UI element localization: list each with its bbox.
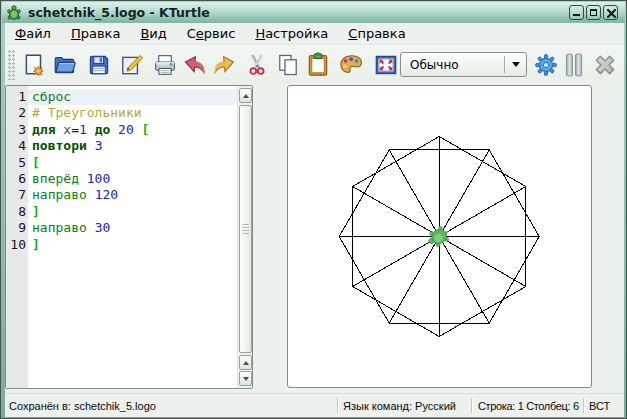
code-token: ]: [32, 237, 40, 252]
statusbar: Сохранён в: schetchik_5.logo Язык команд…: [5, 393, 624, 417]
code-token: =: [71, 122, 79, 137]
line-number: 3: [6, 122, 28, 138]
code-text: направо 30: [32, 220, 110, 236]
menu-справка[interactable]: Справка: [338, 23, 415, 44]
code-line-2: 2# Треугольники: [6, 105, 237, 121]
turtle-app-icon: [6, 5, 22, 21]
code-text: повтори 3: [32, 138, 102, 154]
document-new-icon: [21, 52, 47, 78]
cut-button[interactable]: [243, 51, 271, 79]
figure-spoke: [439, 237, 489, 324]
editor-vertical-scrollbar[interactable]: [237, 86, 252, 388]
code-token: 1: [79, 122, 87, 137]
window-title: schetchik_5.logo - KTurtle: [28, 5, 210, 20]
speed-combobox-value: Обычно: [401, 58, 504, 72]
minimize-button[interactable]: [569, 5, 584, 20]
code-token: 30: [95, 220, 111, 235]
open-file-button[interactable]: [51, 51, 79, 79]
pencil-edit-icon: [119, 52, 145, 78]
code-text: # Треугольники: [32, 105, 142, 121]
code-text: ]: [32, 204, 40, 220]
statusbar-separator: [471, 398, 472, 413]
copy-button[interactable]: [274, 51, 302, 79]
line-number: 5: [6, 155, 28, 171]
abort-cross-icon: [592, 52, 618, 78]
code-line-8: 8]: [6, 204, 237, 220]
code-token: # Треугольники: [32, 105, 142, 120]
menu-настройка[interactable]: Настройка: [245, 23, 338, 44]
menu-вид[interactable]: Вид: [130, 23, 176, 44]
print-button[interactable]: [151, 51, 179, 79]
code-editor[interactable]: 1сброс2# Треугольники3для x=1 до 20 [4по…: [5, 85, 253, 389]
abort-button[interactable]: [591, 51, 619, 79]
maximize-button[interactable]: [586, 5, 601, 20]
combobox-dropdown-button[interactable]: [505, 53, 526, 76]
palette-icon: [338, 52, 364, 78]
menu-правка[interactable]: Правка: [61, 23, 130, 44]
fullscreen-button[interactable]: [372, 51, 400, 79]
code-line-7: 7направо 120: [6, 187, 237, 203]
redo-button[interactable]: [210, 51, 238, 79]
folder-open-icon: [52, 52, 78, 78]
figure-spoke: [389, 150, 439, 237]
turtle-canvas: [287, 85, 592, 388]
save-file-button[interactable]: [85, 51, 113, 79]
line-number: 9: [6, 220, 28, 236]
figure-spoke: [353, 187, 440, 237]
scrollbar-up-button-bottom[interactable]: [239, 355, 252, 370]
status-language: Язык команд: Русский: [343, 394, 456, 417]
code-token: сброс: [32, 89, 71, 104]
toolbar: Обычно: [5, 45, 624, 85]
copy-pages-icon: [275, 52, 301, 78]
status-cursor-position: Строка: 1 Столбец: 6: [478, 394, 579, 417]
scrollbar-slider[interactable]: [239, 105, 252, 353]
scrollbar-down-button[interactable]: [239, 371, 252, 386]
arrow-up-icon: [243, 361, 249, 365]
figure-spoke: [439, 237, 526, 287]
close-icon: [606, 8, 617, 19]
code-token: [134, 122, 142, 137]
turtle-drawing: [288, 86, 591, 387]
figure-spoke: [389, 237, 439, 324]
code-line-5: 5[: [6, 155, 237, 171]
menu-файл[interactable]: Файл: [5, 23, 61, 44]
code-line-6: 6вперёд 100: [6, 171, 237, 187]
pause-icon: [561, 52, 587, 78]
minimize-icon: [573, 14, 580, 16]
code-text: направо 120: [32, 187, 118, 203]
menubar: ФайлПравкаВидСервисНастройкаСправка: [5, 23, 624, 45]
line-number: 7: [6, 187, 28, 203]
scissors-icon: [244, 52, 270, 78]
undo-button[interactable]: [181, 51, 209, 79]
speed-combobox[interactable]: Обычно: [400, 52, 527, 77]
code-token: направо: [32, 187, 87, 202]
code-line-9: 9направо 30: [6, 220, 237, 236]
code-text: вперёд 100: [32, 171, 110, 187]
figure-spoke: [439, 150, 489, 237]
arrow-up-icon: [243, 94, 249, 98]
edit-code-button[interactable]: [118, 51, 146, 79]
figure-spoke: [439, 187, 526, 237]
maximize-icon: [590, 9, 597, 16]
new-file-button[interactable]: [20, 51, 48, 79]
menu-сервис[interactable]: Сервис: [177, 23, 246, 44]
redo-arrow-icon: [211, 52, 237, 78]
scrollbar-up-button[interactable]: [239, 88, 252, 103]
editor-text-area[interactable]: 1сброс2# Треугольники3для x=1 до 20 [4по…: [6, 89, 237, 253]
code-token: для: [32, 122, 55, 137]
code-line-10: 10]: [6, 237, 237, 253]
printer-icon: [152, 52, 178, 78]
code-text: для x=1 до 20 [: [32, 122, 149, 138]
colors-button[interactable]: [337, 51, 365, 79]
scrollbar-grip: [242, 224, 249, 234]
code-token: 120: [95, 187, 118, 202]
paste-button[interactable]: [304, 51, 332, 79]
toolbar-drag-handle[interactable]: [8, 50, 16, 80]
code-text: ]: [32, 237, 40, 253]
titlebar[interactable]: schetchik_5.logo - KTurtle: [2, 2, 625, 23]
pause-button[interactable]: [560, 51, 588, 79]
code-token: [87, 122, 95, 137]
close-button[interactable]: [603, 5, 618, 20]
execute-button[interactable]: [532, 51, 560, 79]
code-token: направо: [32, 220, 87, 235]
